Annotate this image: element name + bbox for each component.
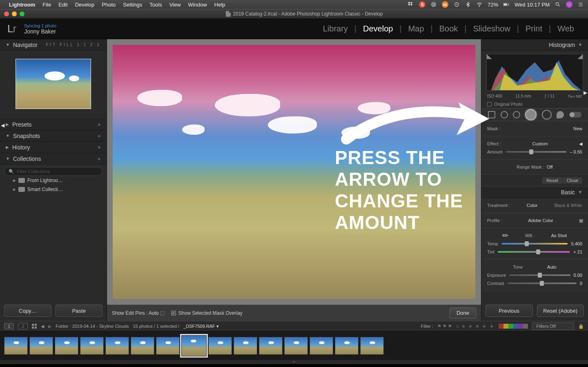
collection-smart[interactable]: ▶Smart Collecti… [4,185,102,194]
filmstrip-collapse-handle[interactable]: ▾ [0,360,588,364]
rating-filter[interactable]: ≥ ★ ★ ★ ★ ★ [456,324,494,329]
module-library[interactable]: Library [316,24,354,33]
siri-icon[interactable] [566,1,572,8]
treatment-color[interactable]: Color [527,203,537,208]
snapshots-header[interactable]: ▼Snapshots+ [0,130,107,142]
bluetooth-icon[interactable] [465,2,471,7]
module-web[interactable]: Web [551,24,581,33]
thumb[interactable] [310,337,333,355]
grid-view-icon[interactable] [32,324,37,329]
module-map[interactable]: Map [402,24,431,33]
navigator-preview[interactable] [16,59,91,109]
temp-value[interactable]: 5,400 [571,241,582,246]
mask-overlay-checkbox[interactable]: ✓ [171,311,176,316]
image-canvas[interactable]: PRESS THE ARROW TO CHANGE THE AMOUNT [113,45,475,299]
status-icon-s[interactable]: S [419,1,425,8]
filmstrip[interactable] [0,331,588,360]
right-panel-collapse-icon[interactable]: ▶ [584,90,587,96]
notif-icon[interactable] [577,2,584,7]
filters-off-dropdown[interactable]: Filters Off [532,323,574,330]
grad-filter-tool-icon[interactable] [525,109,537,120]
folder-path[interactable]: Folder : 2019-04-14 - Skyline Clouds [56,324,129,329]
collection-from-lightroom[interactable]: ▶From Lightroo… [4,176,102,185]
thumb[interactable] [208,337,232,355]
amount-slider[interactable] [506,151,566,153]
thumb[interactable] [80,337,104,355]
thumb[interactable] [105,337,129,355]
thumb[interactable] [29,337,53,355]
contrast-slider[interactable] [508,282,577,284]
thumb[interactable] [55,337,78,355]
thumb[interactable] [284,337,308,355]
nav-fwd-icon[interactable]: ▶ [48,324,51,329]
previous-button[interactable]: Previous [486,305,533,317]
cc-icon[interactable] [430,2,437,7]
edit-pins-value[interactable]: Auto [149,310,159,316]
thumb[interactable] [4,337,28,355]
thumb[interactable] [259,337,283,355]
navigator-header[interactable]: ▼Navigator FIT FILL 1:1 2:1 [0,39,107,51]
close-window-button[interactable] [4,11,9,16]
radial-filter-tool-icon[interactable] [542,110,552,120]
histogram[interactable] [486,54,583,91]
spot-tool-icon[interactable] [501,111,508,118]
auto-tone-button[interactable]: Auto [547,265,557,269]
local-close-button[interactable]: Close [563,177,582,184]
reset-adobe-button[interactable]: Reset (Adobe) [537,305,584,317]
menu-view[interactable]: View [169,2,181,8]
basic-header[interactable]: Basic▼ [481,187,588,198]
screen-1-tab[interactable]: 1 [4,323,14,329]
flag-filter-icon[interactable]: ⚑ ⚑ ⚑ [437,324,452,329]
thumb[interactable] [360,337,384,355]
mask-value[interactable]: New [573,126,582,131]
navigator-zoom-modes[interactable]: FIT FILL 1:1 2:1 [46,42,101,47]
temp-slider[interactable] [501,243,568,245]
exposure-value[interactable]: 0.00 [574,273,582,278]
effect-value[interactable]: Custom [532,141,548,146]
battery-icon[interactable] [503,2,510,7]
thumb-selected[interactable] [181,335,207,356]
redeye-tool-icon[interactable] [513,111,520,118]
thumb[interactable] [131,337,154,355]
zoom-window-button[interactable] [20,11,24,16]
crop-tool-icon[interactable] [488,111,495,118]
thumb[interactable] [335,337,359,355]
status-icon-m[interactable]: m [442,1,448,8]
tint-slider[interactable] [498,251,570,253]
module-slideshow[interactable]: Slideshow [467,24,517,33]
copy-button[interactable]: Copy… [4,305,51,317]
left-panel-collapse-icon[interactable]: ◀ [1,122,4,128]
wb-value[interactable]: As Shot [551,233,567,238]
screen-2-tab[interactable]: 2 [18,323,28,329]
color-label-filter[interactable] [499,324,528,329]
menu-help[interactable]: Help [214,2,225,8]
menu-file[interactable]: File [42,2,51,8]
collections-header[interactable]: ▼Collections+ [0,153,107,165]
brush-tool-icon[interactable] [557,111,564,118]
menu-tools[interactable]: Tools [149,2,162,8]
nav-back-icon[interactable]: ◀ [41,324,44,329]
filter-collections-input[interactable]: 🔍 Filter Collections [4,167,102,176]
amount-value[interactable]: – 0.55 [570,149,582,154]
wifi-icon[interactable] [476,2,483,7]
current-filename[interactable]: _DSF7509.RAF ▾ [183,324,219,329]
module-develop[interactable]: Develop [356,24,399,33]
clock[interactable]: Wed 10:17 PM [514,2,550,8]
local-reset-button[interactable]: Reset [542,177,562,184]
menu-settings[interactable]: Settings [123,2,142,8]
minimize-window-button[interactable] [12,11,17,16]
original-photo-checkbox[interactable] [487,102,492,107]
treatment-bw[interactable]: Black & White [555,203,582,208]
menu-photo[interactable]: Photo [102,2,116,8]
history-header[interactable]: ▶History× [0,142,107,153]
paste-button[interactable]: Paste [56,305,103,317]
menu-develop[interactable]: Develop [75,2,95,8]
panel-switch[interactable] [569,112,581,118]
menu-edit[interactable]: Edit [58,2,67,8]
done-button[interactable]: Done [450,307,476,318]
presets-header[interactable]: ▶Presets+ [0,119,107,130]
thumb[interactable] [234,337,257,355]
contrast-value[interactable]: 0 [580,281,582,286]
dropbox-icon[interactable] [408,2,414,7]
exposure-slider[interactable] [509,274,570,276]
